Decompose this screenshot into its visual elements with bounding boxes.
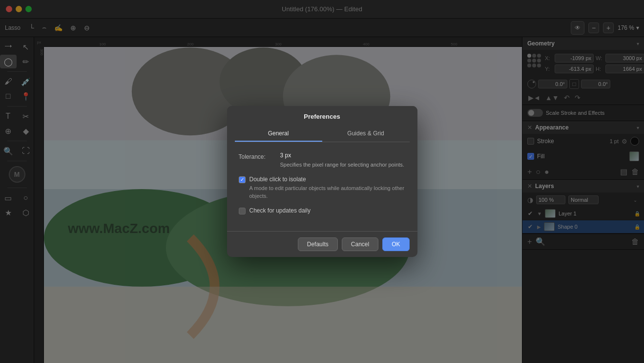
double-click-checkbox[interactable]: ✓ [239,176,246,183]
double-click-desc: A mode to edit particular objects while … [249,184,406,200]
tolerance-value-group: 3 px Specifies the pixel range for selec… [280,152,404,169]
tolerance-desc: Specifies the pixel range for selecting … [280,161,404,169]
double-click-check-icon: ✓ [240,177,244,182]
dialog-tab-guides[interactable]: Guides & Grid [322,126,410,142]
double-click-checkbox-row: ✓ Double click to isolate A mode to edit… [239,176,406,200]
preferences-dialog: Preferences General Guides & Grid Tolera… [227,106,417,257]
tolerance-value: 3 px [280,152,291,159]
dialog-footer: Defaults Cancel OK [227,231,417,257]
ok-button[interactable]: OK [382,237,409,251]
double-click-label-group: Double click to isolate A mode to edit p… [249,176,406,200]
tolerance-field-row: Tolerance: 3 px Specifies the pixel rang… [239,152,406,169]
dialog-body: Tolerance: 3 px Specifies the pixel rang… [227,142,417,231]
updates-checkbox-row: Check for updates daily [239,207,406,214]
defaults-button[interactable]: Defaults [298,237,338,251]
dialog-titlebar: Preferences General Guides & Grid [227,106,417,142]
cancel-button[interactable]: Cancel [342,237,378,251]
double-click-label: Double click to isolate [249,176,406,183]
updates-label-group: Check for updates daily [249,207,311,214]
dialog-tab-general[interactable]: General [235,126,322,142]
updates-checkbox[interactable] [239,208,246,214]
dialog-title: Preferences [235,113,410,120]
dialog-tabs: General Guides & Grid [235,126,410,142]
tolerance-label: Tolerance: [239,152,280,160]
updates-label: Check for updates daily [249,207,311,214]
dialog-overlay: Preferences General Guides & Grid Tolera… [0,0,644,363]
